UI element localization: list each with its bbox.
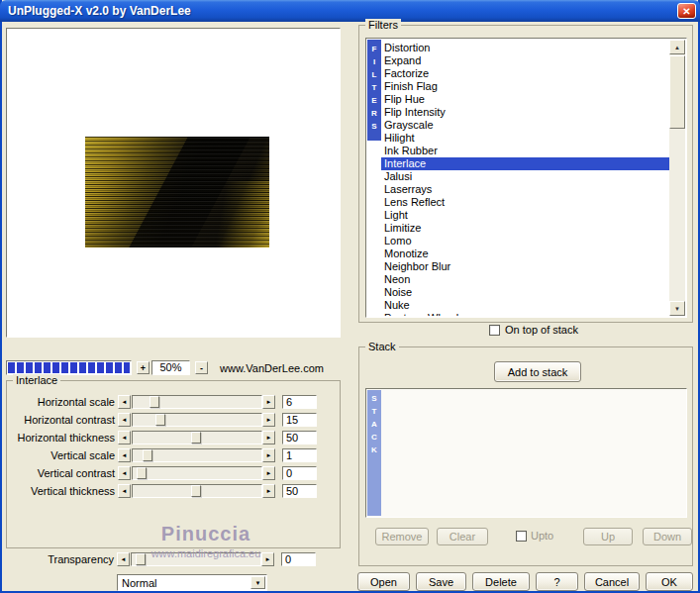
scroll-up-button[interactable]: ▲ [669,40,685,54]
down-button[interactable]: Down [643,528,692,545]
scroll-down-button[interactable]: ▼ [669,301,685,316]
filter-item[interactable]: Hilight [381,132,669,145]
blend-mode-select[interactable]: Normal ▼ [117,574,267,591]
remove-button[interactable]: Remove [375,528,429,545]
slider-row: Vertical scale◄►1 [7,447,340,463]
slider-value-input[interactable]: 50 [282,431,317,445]
filter-item[interactable]: Monotize [381,247,669,260]
slider-left-arrow-button[interactable]: ◄ [118,431,131,445]
clear-button[interactable]: Clear [437,528,488,545]
filter-item[interactable]: Lens Reflect [381,196,669,209]
slider-left-arrow-button[interactable]: ◄ [118,484,131,498]
upto-checkbox[interactable] [516,531,527,542]
slider-label: Horizontal thickness [7,432,115,444]
slider-track[interactable] [132,413,262,427]
slider-thumb[interactable] [143,449,152,461]
slider-label: Vertical thickness [7,485,115,497]
slider-thumb[interactable] [191,485,201,497]
transparency-value-input[interactable]: 0 [281,552,316,566]
open-button[interactable]: Open [357,572,410,591]
filter-item[interactable]: Factorize [381,67,669,80]
transparency-row: Transparency ◄ ► 0 [6,551,341,567]
filter-item[interactable]: Lomo [381,235,669,247]
slider-track[interactable] [132,466,262,480]
window-title: UnPlugged-X v2.0 by VanDerLee [8,0,191,22]
filter-item[interactable]: Ink Rubber [381,145,669,157]
filter-item[interactable]: Flip Intensity [381,106,669,119]
scrollbar-thumb[interactable] [669,55,685,129]
filter-item[interactable]: Flip Hue [381,93,669,106]
slider-left-arrow-button[interactable]: ◄ [118,448,131,462]
upto-label: Upto [531,530,553,542]
slider-right-arrow-button[interactable]: ► [262,431,275,445]
filter-item[interactable]: Noise [381,286,669,299]
title-bar[interactable]: UnPlugged-X v2.0 by VanDerLee ✕ [0,0,700,22]
slider-left-arrow-button[interactable]: ◄ [118,413,131,427]
filter-item[interactable]: Pantone Wheel [381,312,669,316]
vendor-website-link[interactable]: www.VanDerLee.com [220,362,324,374]
slider-right-arrow-button[interactable]: ► [262,395,275,409]
slider-left-arrow-button[interactable]: ◄ [118,395,131,409]
ok-button[interactable]: OK [646,572,693,591]
delete-button[interactable]: Delete [472,572,530,591]
slider-right-arrow-button[interactable]: ► [262,413,275,427]
dropdown-arrow-icon[interactable]: ▼ [250,576,265,589]
preview-panel [6,28,341,338]
slider-left-arrow-button[interactable]: ◄ [118,466,131,480]
slider-track[interactable] [132,484,262,498]
filters-vertical-label: FILTERS [367,40,381,141]
up-button[interactable]: Up [583,528,633,545]
slider-thumb[interactable] [191,432,201,444]
filter-item[interactable]: Light [381,209,669,222]
slider-track[interactable] [132,431,262,445]
filter-item[interactable]: Limitize [381,222,669,235]
slider-value-input[interactable]: 6 [282,395,317,409]
filter-item[interactable]: Interlace [381,157,669,170]
filter-item[interactable]: Laserrays [381,183,669,196]
filter-item[interactable]: Neighbor Blur [381,260,669,273]
preview-image[interactable] [85,137,269,247]
slider-right-arrow-button[interactable]: ► [262,448,275,462]
slider-right-arrow-button[interactable]: ► [262,466,275,480]
filter-item[interactable]: Grayscale [381,119,669,132]
save-button[interactable]: Save [416,572,466,591]
transparency-track[interactable] [131,552,261,566]
transparency-right-arrow-button[interactable]: ► [261,552,274,566]
slider-row: Horizontal contrast◄►15 [7,412,340,428]
upto-option[interactable]: Upto [516,530,553,542]
help-button[interactable]: ? [536,572,578,591]
zoom-in-button[interactable]: + [137,361,150,374]
slider-track[interactable] [132,448,262,462]
close-button[interactable]: ✕ [677,3,696,19]
on-top-of-stack-option[interactable]: On top of stack [489,324,578,336]
slider-right-arrow-button[interactable]: ► [262,484,275,498]
slider-value-input[interactable]: 15 [282,413,317,427]
slider-value-input[interactable]: 0 [282,466,317,480]
zoom-out-button[interactable]: - [195,361,208,374]
slider-track[interactable] [132,395,262,409]
slider-value-input[interactable]: 50 [282,484,317,498]
cancel-button[interactable]: Cancel [584,572,640,591]
filter-item[interactable]: Distortion [381,42,669,54]
slider-label: Horizontal contrast [7,414,115,426]
filter-item[interactable]: Expand [381,54,669,67]
filters-scrollbar[interactable]: ▲ ▼ [669,40,685,316]
transparency-thumb[interactable] [136,553,146,565]
interlace-sliders: Horizontal scale◄►6Horizontal contrast◄►… [7,381,340,547]
filter-item[interactable]: Finish Flag [381,80,669,93]
add-to-stack-button[interactable]: Add to stack [494,361,581,382]
transparency-left-arrow-button[interactable]: ◄ [117,552,130,566]
slider-thumb[interactable] [150,396,159,408]
progress-segments [8,362,130,373]
slider-thumb[interactable] [155,414,165,426]
slider-row: Horizontal thickness◄►50 [7,430,340,445]
slider-thumb[interactable] [137,467,147,479]
slider-value-input[interactable]: 1 [282,448,317,462]
filter-item[interactable]: Jalusi [381,170,669,183]
filters-listbox: FILTERS DistortionExpandFactorizeFinish … [365,38,687,318]
interlace-groupbox: Interlace Horizontal scale◄►6Horizontal … [6,380,341,548]
on-top-label: On top of stack [505,324,578,336]
filter-item[interactable]: Neon [381,273,669,286]
filter-item[interactable]: Nuke [381,299,669,312]
on-top-checkbox[interactable] [489,325,500,336]
